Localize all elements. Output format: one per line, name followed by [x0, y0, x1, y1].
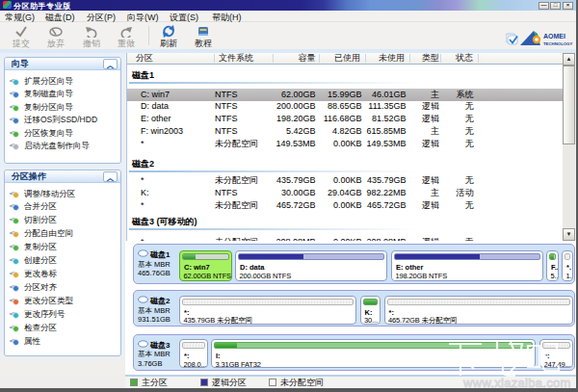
svg-text:AOMEI: AOMEI	[543, 33, 565, 39]
svg-text:TECHNOLOGY: TECHNOLOGY	[543, 41, 572, 46]
